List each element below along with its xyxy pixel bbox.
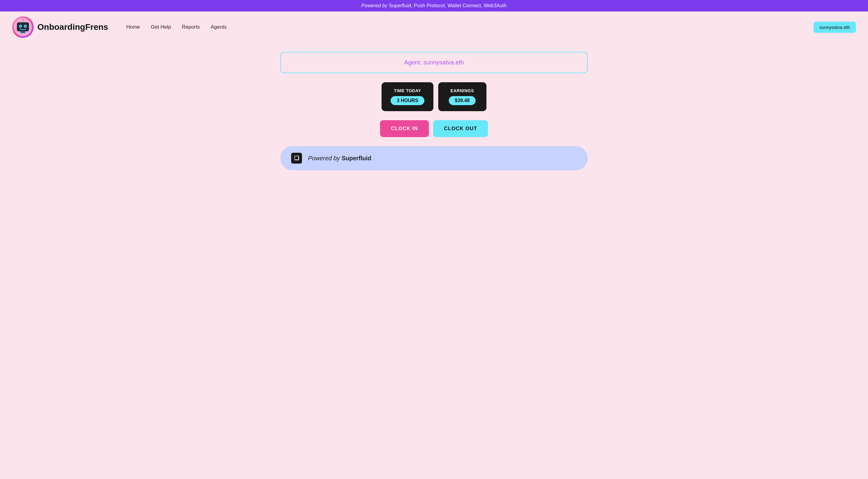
banner-italic: Powered by [361, 3, 388, 8]
time-today-value: 3 HOURS [391, 96, 424, 105]
logo-area: OnboardingFrens [12, 16, 108, 38]
nav-home[interactable]: Home [126, 24, 140, 30]
wallet-button[interactable]: sunnysatva.eth [813, 22, 856, 33]
time-today-card: TIME TODAY 3 HOURS [381, 82, 433, 111]
svg-point-6 [20, 26, 22, 27]
superfluid-icon-symbol: ❏ [294, 155, 299, 161]
powered-by-text: Powered by Superfluid [308, 155, 371, 162]
svg-point-2 [22, 19, 24, 20]
powered-by-italic: Powered by [308, 155, 340, 161]
earnings-value: $39.48 [449, 96, 475, 105]
app-logo [12, 16, 34, 38]
app-title: OnboardingFrens [37, 22, 108, 32]
agent-label: Agent: sunnysatva.eth [404, 59, 464, 66]
agent-banner: Agent: sunnysatva.eth [280, 52, 588, 73]
banner-plain: Superfluid, Push Protocol, Wallet Connec… [389, 3, 507, 8]
powered-by-card: ❏ Powered by Superfluid [280, 146, 588, 170]
top-banner: Powered by Superfluid, Push Protocol, Wa… [0, 0, 868, 11]
stats-area: TIME TODAY 3 HOURS EARNINGS $39.48 [381, 82, 486, 111]
powered-by-brand: Superfluid [341, 155, 371, 161]
nav-reports[interactable]: Reports [182, 24, 200, 30]
clock-in-button[interactable]: CLOCK IN [380, 120, 429, 137]
clock-out-button[interactable]: CLOCK OUT [433, 120, 488, 137]
nav: Home Get Help Reports Agents [126, 24, 807, 30]
header: OnboardingFrens Home Get Help Reports Ag… [0, 11, 868, 43]
svg-rect-8 [21, 31, 25, 33]
superfluid-icon: ❏ [291, 153, 302, 164]
earnings-label: EARNINGS [451, 88, 474, 93]
clock-area: CLOCK IN CLOCK OUT [380, 120, 488, 137]
svg-point-7 [25, 26, 26, 27]
time-today-label: TIME TODAY [394, 88, 421, 93]
earnings-card: EARNINGS $39.48 [438, 82, 487, 111]
nav-get-help[interactable]: Get Help [151, 24, 171, 30]
main-content: Agent: sunnysatva.eth TIME TODAY 3 HOURS… [0, 43, 868, 179]
nav-agents[interactable]: Agents [211, 24, 227, 30]
